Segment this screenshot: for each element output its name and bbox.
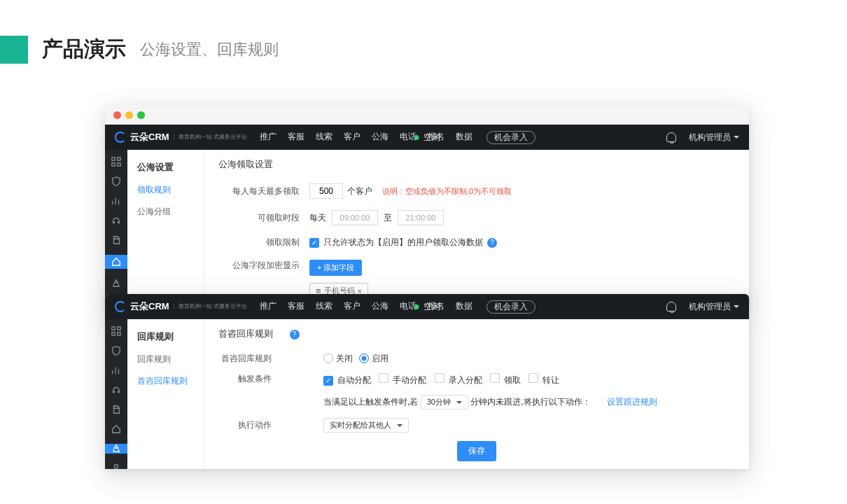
rail-dashboard-icon[interactable] xyxy=(109,326,123,336)
time-from-input[interactable] xyxy=(332,210,378,225)
rail-recycle-icon[interactable] xyxy=(109,279,123,288)
sidebar-item-return-rules[interactable]: 回库规则 xyxy=(127,349,204,370)
menu-item[interactable]: 线索 xyxy=(316,131,332,144)
row-daily-limit: 每人每天最多领取 个客户 说明：空或负值为不限制,0为不可领取 xyxy=(218,183,735,199)
cb-label: 录入分配 xyxy=(449,375,482,385)
topbar-right: 机构管理员 xyxy=(666,301,739,313)
rail-shield-icon[interactable] xyxy=(109,176,123,186)
svg-rect-8 xyxy=(118,332,120,335)
sidebar: 回库规则 回库规则 首咨回库规则 xyxy=(127,319,204,469)
rail-shield-icon[interactable] xyxy=(109,346,123,356)
mac-titlebar xyxy=(105,105,749,125)
sidebar-item-groups[interactable]: 公海分组 xyxy=(127,201,204,223)
menu-item[interactable]: 数据 xyxy=(456,131,472,144)
save-button[interactable]: 保存 xyxy=(457,441,496,461)
topbar-status: 空闲 xyxy=(414,301,440,313)
daily-limit-input[interactable] xyxy=(309,183,343,199)
cb-input[interactable] xyxy=(435,373,444,383)
top-menu: 推广 客服 线索 客户 公海 电话 报名 数据 机会录入 xyxy=(260,300,536,314)
menu-item[interactable]: 推广 xyxy=(260,300,276,314)
help-icon[interactable]: ? xyxy=(487,238,497,248)
topbar-right: 机构管理员 xyxy=(666,132,739,144)
bell-icon[interactable] xyxy=(666,302,676,312)
menu-item[interactable]: 线索 xyxy=(316,300,332,314)
svg-rect-0 xyxy=(112,158,115,160)
green-accent-block xyxy=(0,36,28,64)
note-text: 说明：空或负值为不限制,0为不可领取 xyxy=(382,186,512,197)
rail-doc-icon[interactable] xyxy=(109,235,123,245)
cb-label: 领取 xyxy=(504,375,521,385)
menu-item[interactable]: 客服 xyxy=(288,131,304,144)
rail-chart-icon[interactable] xyxy=(109,365,123,375)
time-to-input[interactable] xyxy=(398,210,444,225)
bell-icon[interactable] xyxy=(666,132,676,142)
left-rail xyxy=(105,150,127,308)
cb-claim[interactable] xyxy=(490,373,500,383)
window-public-sea-settings: 云朵CRM 教育机构一站 式服务云平台 推广 客服 线索 客户 公海 电话 报名… xyxy=(105,105,749,308)
slide-title-bar: 产品演示 公海设置、回库规则 xyxy=(0,35,279,64)
to-label: 至 xyxy=(384,212,392,224)
minutes-select[interactable]: 30分钟 xyxy=(421,395,468,410)
logo-icon xyxy=(115,132,126,143)
app-topbar: 云朵CRM 教育机构一站 式服务云平台 推广 客服 线索 客户 公海 电话 报名… xyxy=(105,125,749,150)
radio-on[interactable] xyxy=(359,354,369,363)
unit-text: 个客户 xyxy=(347,186,372,197)
radio-off[interactable] xyxy=(323,354,333,363)
role-dropdown[interactable]: 机构管理员 xyxy=(689,301,739,313)
row-encrypt-fields: 公海字段加密显示 + 添加字段 手机号码 × xyxy=(218,260,735,299)
rail-home-icon[interactable] xyxy=(105,255,127,269)
svg-rect-3 xyxy=(118,163,120,166)
menu-pill[interactable]: 机会录入 xyxy=(486,300,536,314)
row-label: 首咨回库规则 xyxy=(218,353,281,365)
row-label: 触发条件 xyxy=(218,373,281,385)
checkbox-enabled[interactable]: ✓ xyxy=(309,238,319,248)
status-text: 空闲 xyxy=(424,132,440,142)
set-followup-rule-link[interactable]: 设置跟进规则 xyxy=(607,397,657,407)
radio-off-label: 关闭 xyxy=(336,354,353,363)
section-title: 首咨回库规则 ? xyxy=(218,328,735,340)
checkbox-label: 只允许状态为【启用】的用户领取公海数据 xyxy=(323,237,483,248)
window-min-icon[interactable] xyxy=(125,111,133,119)
menu-item[interactable]: 公海 xyxy=(372,131,388,144)
window-max-icon[interactable] xyxy=(137,111,145,119)
rail-headset-icon[interactable] xyxy=(109,385,123,395)
add-field-button[interactable]: + 添加字段 xyxy=(309,260,362,276)
rail-user-icon[interactable] xyxy=(109,463,123,469)
rail-home-icon[interactable] xyxy=(109,424,123,434)
chevron-down-icon xyxy=(734,305,739,311)
menu-item[interactable]: 数据 xyxy=(456,300,472,314)
content-area: 公海领取设置 每人每天最多领取 个客户 说明：空或负值为不限制,0为不可领取 可… xyxy=(204,150,749,308)
cb-label: 手动分配 xyxy=(393,375,426,385)
help-icon[interactable]: ? xyxy=(290,330,300,340)
rail-doc-icon[interactable] xyxy=(109,405,123,414)
sidebar-item-first-consult-rules[interactable]: 首咨回库规则 xyxy=(127,370,204,392)
window-close-icon[interactable] xyxy=(113,111,121,119)
menu-item[interactable]: 推广 xyxy=(260,131,276,144)
save-row: 保存 xyxy=(218,441,735,461)
rail-headset-icon[interactable] xyxy=(109,216,123,225)
role-label: 机构管理员 xyxy=(689,302,731,312)
cb-manual[interactable] xyxy=(379,373,388,383)
top-menu: 推广 客服 线索 客户 公海 电话 报名 数据 机会录入 xyxy=(260,131,536,144)
exec-select[interactable]: 实时分配给其他人 xyxy=(323,418,409,433)
cb-auto[interactable]: ✓ xyxy=(323,376,333,386)
row-label: 公海字段加密显示 xyxy=(218,260,309,272)
cb-transfer[interactable] xyxy=(528,373,538,383)
rail-chart-icon[interactable] xyxy=(109,196,123,206)
chevron-down-icon xyxy=(734,136,739,141)
menu-pill[interactable]: 机会录入 xyxy=(486,131,536,144)
sidebar-item-claim-rules[interactable]: 领取规则 xyxy=(127,179,204,201)
menu-item[interactable]: 公海 xyxy=(372,300,388,314)
role-label: 机构管理员 xyxy=(689,132,731,142)
menu-item[interactable]: 客户 xyxy=(344,300,360,314)
status-dot-icon xyxy=(414,135,419,140)
slide-subtitle: 公海设置、回库规则 xyxy=(140,39,279,60)
chevron-down-icon xyxy=(456,401,462,407)
role-dropdown[interactable]: 机构管理员 xyxy=(689,132,739,144)
rail-recycle-icon[interactable] xyxy=(105,444,127,454)
menu-item[interactable]: 客服 xyxy=(288,300,304,314)
sidebar-title: 公海设置 xyxy=(127,155,204,179)
rail-dashboard-icon[interactable] xyxy=(109,157,123,167)
menu-item[interactable]: 客户 xyxy=(344,131,360,144)
daily-text: 每天 xyxy=(309,212,326,224)
